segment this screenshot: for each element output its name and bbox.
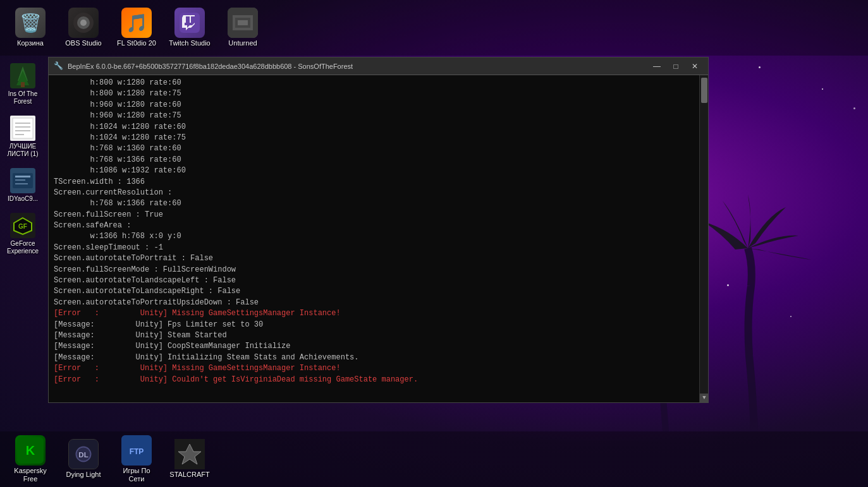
- console-line: Screen.fullScreenMode : FullScreenWindow: [54, 265, 694, 275]
- console-line: Screen.autorotateToLandscapeLeft : False: [54, 275, 694, 286]
- console-line: h:960 w:1280 rate:60: [54, 100, 694, 111]
- scrollbar-down-button[interactable]: ▼: [700, 394, 708, 402]
- svg-text:K: K: [26, 443, 35, 457]
- console-line: [Message: Unity] Fps Limiter set to 30: [54, 320, 694, 330]
- console-line: Screen.currentResolution :: [54, 188, 694, 198]
- fl-label: FL St0dio 20: [117, 39, 156, 47]
- console-line: [Error : Unity] Missing GameSettingsMana…: [54, 308, 694, 319]
- desktop-icon-notepad[interactable]: ЛУЧШИЕ ЛИСТИ (1): [3, 113, 43, 160]
- console-controls: — □ ✕: [649, 60, 703, 73]
- unturned-label: Unturned: [228, 39, 257, 47]
- svg-text:DL: DL: [78, 451, 88, 459]
- console-line: h:960 w:1280 rate:75: [54, 111, 694, 121]
- scrollbar-thumb: [701, 78, 707, 103]
- svg-point-2: [80, 20, 87, 26]
- desktop-icon-idk[interactable]: IDYaoC9...: [3, 165, 43, 205]
- taskbar-icon-unturned[interactable]: Unturned: [217, 5, 268, 50]
- svg-rect-13: [13, 118, 33, 138]
- console-line: Screen.autorotateToLandscapeRight : Fals…: [54, 286, 694, 297]
- bottom-taskbar: K Kaspersky Free DL Dying Light FTP Игры…: [0, 431, 868, 487]
- bottom-icon-dyinglight[interactable]: DL Dying Light: [58, 436, 109, 481]
- obs-label: OBS Studio: [65, 39, 101, 47]
- console-maximize-button[interactable]: □: [668, 60, 684, 73]
- console-output[interactable]: h:800 w:1280 rate:60 h:800 w:1280 rate:7…: [49, 75, 699, 402]
- notepad-label: ЛУЧШИЕ ЛИСТИ (1): [5, 143, 40, 158]
- console-line: [Message: Unity] Steam Started: [54, 330, 694, 341]
- taskbar-icon-obs[interactable]: OBS Studio: [58, 5, 109, 50]
- igry-icon: FTP: [121, 435, 152, 466]
- fl-icon: 🎵: [121, 8, 152, 38]
- console-line: [Error : Unity] Missing GameSettingsMana…: [54, 363, 694, 374]
- obs-icon: [68, 8, 99, 38]
- unturned-icon: [228, 8, 258, 38]
- twitch-icon: [174, 8, 205, 38]
- console-line: Screen.safeArea :: [54, 220, 694, 231]
- desktop-icons-panel: Ins Of The Forest ЛУЧШИЕ ЛИСТИ (1) IDYao…: [0, 56, 46, 263]
- console-line: Screen.fullScreen : True: [54, 210, 694, 220]
- console-line: h:1024 w:1280 rate:75: [54, 133, 694, 143]
- svg-rect-7: [238, 20, 248, 25]
- kaspersky-label: Kaspersky Free: [8, 467, 53, 483]
- svg-rect-22: [15, 183, 28, 184]
- trash-icon: 🗑️: [15, 8, 46, 38]
- console-title: BepInEx 6.0.0-be.667+6b500b35727716f8ba1…: [68, 63, 649, 70]
- console-line: h:768 w:1366 rate:60: [54, 198, 694, 209]
- bottom-icon-igry[interactable]: FTP Игры ПоСети: [111, 433, 162, 486]
- console-line: h:800 w:1280 rate:60: [54, 78, 694, 88]
- idk-icon: [10, 168, 35, 193]
- idk-label: IDYaoC9...: [8, 195, 38, 203]
- geforce-label: GeForce Experience: [5, 240, 40, 255]
- desktop-icon-geforce[interactable]: GF GeForce Experience: [3, 210, 43, 258]
- console-line: h:768 w:1360 rate:60: [54, 143, 694, 154]
- dyinglight-icon: DL: [68, 439, 99, 469]
- top-taskbar: 🗑️ Корзина OBS Studio 🎵 FL St0dio 20 Twi…: [0, 0, 868, 56]
- console-line: Screen.autorotateToPortrait : False: [54, 253, 694, 264]
- console-line: h:1024 w:1280 rate:60: [54, 122, 694, 133]
- kaspersky-icon: K: [15, 435, 46, 466]
- console-line: TScreen.width : 1366: [54, 177, 694, 188]
- console-line: Screen.autorotateToPortraitUpsideDown : …: [54, 298, 694, 308]
- console-line: [Message: Unity] CoopSteamManager Initia…: [54, 341, 694, 352]
- desktop-icon-forest[interactable]: Ins Of The Forest: [3, 61, 43, 108]
- forest-icon: [10, 63, 35, 88]
- console-minimize-button[interactable]: —: [649, 60, 665, 73]
- console-line: h:1086 w:1932 rate:60: [54, 165, 694, 176]
- taskbar-icon-fl[interactable]: 🎵 FL St0dio 20: [111, 5, 162, 50]
- console-body: h:800 w:1280 rate:60 h:800 w:1280 rate:7…: [49, 75, 708, 402]
- stalcraft-label: STALCRAFT: [169, 471, 209, 479]
- taskbar-icon-trash[interactable]: 🗑️ Корзина: [5, 5, 56, 50]
- console-titlebar: 🔧 BepInEx 6.0.0-be.667+6b500b35727716f8b…: [49, 57, 708, 75]
- bottom-icon-stalcraft[interactable]: STALCRAFT: [164, 436, 215, 481]
- console-line: h:768 w:1366 rate:60: [54, 155, 694, 165]
- console-line: [Message: Unity] Initializing Steam Stat…: [54, 352, 694, 363]
- forest-label: Ins Of The Forest: [5, 90, 40, 105]
- igry-label: Игры ПоСети: [123, 467, 150, 483]
- svg-rect-21: [15, 179, 25, 181]
- svg-rect-20: [15, 176, 30, 177]
- svg-text:FTP: FTP: [130, 447, 144, 456]
- desktop: 🗑️ Корзина OBS Studio 🎵 FL St0dio 20 Twi…: [0, 0, 868, 487]
- console-window: 🔧 BepInEx 6.0.0-be.667+6b500b35727716f8b…: [48, 57, 709, 403]
- console-line: h:800 w:1280 rate:75: [54, 88, 694, 99]
- console-scrollbar[interactable]: ▼: [699, 75, 708, 402]
- console-line: [Error : Unity] Couldn't get IsVirginiaD…: [54, 375, 694, 385]
- dyinglight-label: Dying Light: [66, 471, 101, 479]
- taskbar-icon-twitch[interactable]: Twitch Studio: [164, 5, 215, 50]
- twitch-label: Twitch Studio: [169, 39, 210, 47]
- svg-text:GF: GF: [18, 223, 27, 230]
- console-app-icon: 🔧: [54, 61, 64, 71]
- svg-rect-11: [21, 82, 25, 87]
- console-line: w:1366 h:768 x:0 y:0: [54, 231, 694, 242]
- console-close-button[interactable]: ✕: [687, 60, 703, 73]
- console-line: Screen.sleepTimeout : -1: [54, 243, 694, 253]
- notepad-icon: [10, 116, 35, 141]
- trash-label: Корзина: [17, 39, 44, 47]
- bottom-icon-kaspersky[interactable]: K Kaspersky Free: [5, 433, 56, 486]
- stalcraft-icon: [174, 439, 205, 469]
- geforce-icon: GF: [10, 213, 35, 238]
